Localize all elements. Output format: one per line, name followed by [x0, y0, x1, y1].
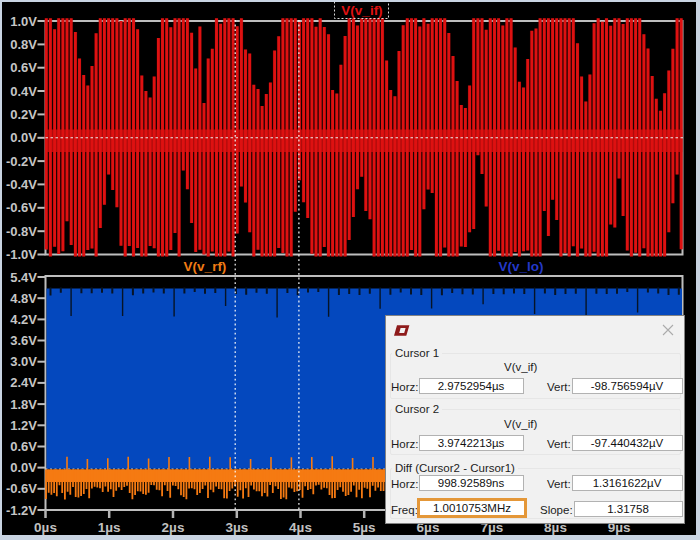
svg-text:-0.8V: -0.8V [6, 224, 37, 239]
svg-text:-0.6V: -0.6V [6, 200, 37, 215]
svg-text:1µs: 1µs [98, 520, 121, 535]
svg-text:0.8V: 0.8V [10, 37, 37, 52]
svg-text:0.6V: 0.6V [10, 439, 37, 454]
svg-text:0.2V: 0.2V [10, 107, 37, 122]
svg-text:-0.4V: -0.4V [6, 177, 37, 192]
svg-text:0µs: 0µs [34, 520, 57, 535]
svg-text:0.4V: 0.4V [10, 84, 37, 99]
svg-text:0.0V: 0.0V [10, 130, 37, 145]
svg-text:-0.2V: -0.2V [6, 154, 37, 169]
svg-text:-1.0V: -1.0V [6, 247, 37, 262]
svg-text:3.6V: 3.6V [10, 333, 37, 348]
svg-text:0.0V: 0.0V [10, 460, 37, 475]
svg-text:-1.2V: -1.2V [6, 503, 37, 518]
svg-text:4.2V: 4.2V [10, 312, 37, 327]
svg-text:V(v_rf): V(v_rf) [184, 259, 227, 274]
svg-text:V(v_if): V(v_if) [341, 3, 382, 18]
svg-text:4µs: 4µs [289, 520, 312, 535]
svg-text:4.8V: 4.8V [10, 291, 37, 306]
svg-text:5.4V: 5.4V [10, 270, 37, 285]
svg-text:2.4V: 2.4V [10, 375, 37, 390]
svg-text:1.2V: 1.2V [10, 418, 37, 433]
svg-text:2µs: 2µs [162, 520, 185, 535]
svg-text:1.0V: 1.0V [10, 14, 37, 29]
svg-text:0.6V: 0.6V [10, 60, 37, 75]
svg-text:V(v_lo): V(v_lo) [498, 259, 543, 274]
svg-text:5µs: 5µs [353, 520, 376, 535]
svg-text:-0.6V: -0.6V [6, 481, 37, 496]
svg-text:1.8V: 1.8V [10, 397, 37, 412]
svg-text:3µs: 3µs [225, 520, 248, 535]
svg-text:3.0V: 3.0V [10, 354, 37, 369]
